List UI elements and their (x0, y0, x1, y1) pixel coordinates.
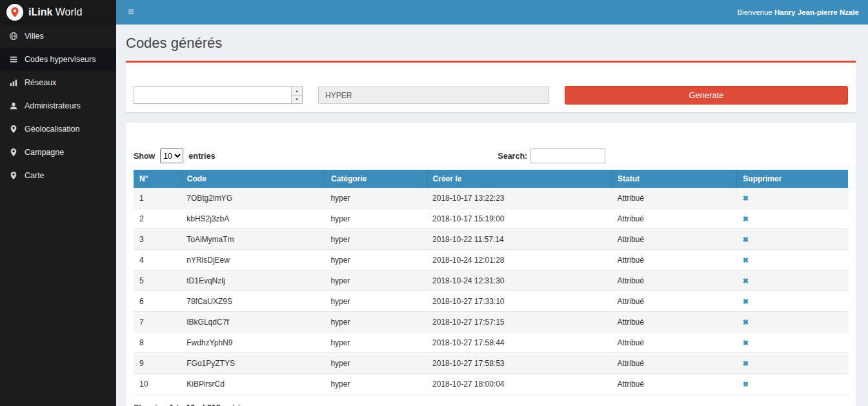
category-input[interactable] (318, 86, 549, 104)
sidebar-item-label: Réseaux (25, 78, 56, 87)
col-header-n[interactable]: N° (134, 170, 181, 188)
brand-logo[interactable]: iLink World (0, 0, 116, 25)
col-header-categorie[interactable]: Catégorie (325, 170, 427, 188)
topbar: ≡ Bienvenue Hanry Jean-pierre Nzale (116, 0, 868, 25)
cell-code: KiBPirsrCd (181, 374, 325, 394)
top-header: iLink World ≡ Bienvenue Hanry Jean-pierr… (0, 0, 868, 25)
table-row: 5 tD1EvqNzlj hyper 2018-10-24 12:31:30 A… (134, 270, 848, 291)
generate-button[interactable]: Generate (565, 86, 848, 105)
delete-icon[interactable]: ✖ (743, 339, 749, 347)
delete-icon[interactable]: ✖ (743, 360, 749, 367)
col-header-supprimer[interactable]: Supprimer (737, 170, 848, 188)
table-row: 3 ToAiMymaTm hyper 2018-10-22 11:57:14 A… (134, 229, 848, 250)
cell-n: 8 (134, 332, 181, 353)
col-header-creer-le[interactable]: Créer le (427, 170, 611, 188)
cell-categorie: hyper (325, 270, 427, 291)
delete-icon[interactable]: ✖ (743, 194, 749, 202)
cell-code: 78fCaUXZ9S (181, 291, 325, 312)
stepper-down-icon[interactable]: ▼ (292, 96, 302, 103)
sidebar-toggle-icon[interactable]: ≡ (125, 6, 137, 19)
sidebar-item-administrateurs[interactable]: Administrateurs (0, 94, 116, 117)
cell-categorie: hyper (325, 374, 427, 394)
cell-categorie: hyper (325, 291, 427, 312)
globe-icon (9, 32, 18, 41)
cell-date: 2018-10-27 18:00:04 (427, 374, 611, 394)
cell-date: 2018-10-27 17:33:10 (427, 291, 611, 312)
sidebar-item-reseaux[interactable]: Réseaux (0, 71, 116, 94)
cell-statut: Attribué (612, 188, 737, 208)
app-logo-icon (6, 4, 23, 21)
cell-code: kbHS2j3zbA (181, 208, 325, 229)
cell-n: 9 (134, 353, 181, 374)
cell-statut: Attribué (612, 208, 737, 229)
table-controls: Show 10 entries Search: (134, 148, 848, 163)
cell-supprimer: ✖ (737, 208, 848, 229)
delete-icon[interactable]: ✖ (743, 277, 749, 285)
cell-categorie: hyper (325, 250, 427, 270)
sidebar-item-campagne[interactable]: Campagne (0, 141, 116, 164)
cell-statut: Attribué (612, 332, 737, 353)
sidebar-item-label: Carte (25, 171, 45, 180)
sidebar-item-villes[interactable]: Villes (0, 25, 116, 48)
delete-icon[interactable]: ✖ (743, 318, 749, 326)
col-header-code[interactable]: Code (181, 170, 325, 188)
cell-code: 7OBtg2lmYG (181, 188, 325, 208)
page-length-select[interactable]: 10 (160, 148, 183, 163)
sidebar: Villes Codes hyperviseurs Réseaux Admini… (0, 25, 116, 406)
list-icon (9, 55, 18, 64)
cell-date: 2018-10-24 12:31:30 (427, 270, 611, 291)
bar-chart-icon (9, 78, 18, 87)
cell-date: 2018-10-17 13:22:23 (427, 188, 611, 208)
cell-categorie: hyper (325, 312, 427, 332)
quantity-stepper[interactable]: ▲ ▼ (291, 87, 302, 103)
cell-n: 1 (134, 188, 181, 208)
cell-date: 2018-10-27 17:58:44 (427, 332, 611, 353)
brand-title: iLink World (28, 6, 82, 18)
sidebar-item-codes-hyperviseurs[interactable]: Codes hyperviseurs (0, 48, 116, 71)
sidebar-item-label: Villes (25, 32, 44, 41)
main-content: Codes générés ▲ ▼ Generate Show 10 entri… (116, 25, 868, 406)
cell-code: nYRlsDjEew (181, 250, 325, 270)
cell-date: 2018-10-22 11:57:14 (427, 229, 611, 250)
table-info: Showing 1 to 10 of 218 entries (134, 403, 848, 406)
cell-categorie: hyper (325, 229, 427, 250)
cell-statut: Attribué (612, 353, 737, 374)
cell-date: 2018-10-17 15:19:00 (427, 208, 611, 229)
sidebar-item-carte[interactable]: Carte (0, 164, 116, 187)
cell-code: ToAiMymaTm (181, 229, 325, 250)
search-input[interactable] (530, 148, 605, 163)
sidebar-item-label: Codes hyperviseurs (25, 55, 96, 64)
col-header-statut[interactable]: Statut (612, 170, 737, 188)
sidebar-item-geolocalisation[interactable]: Géolocalisation (0, 117, 116, 141)
cell-code: FGo1PyZTYS (181, 353, 325, 374)
cell-supprimer: ✖ (737, 353, 848, 374)
map-marker-icon (9, 148, 18, 157)
table-row: 4 nYRlsDjEew hyper 2018-10-24 12:01:28 A… (134, 250, 848, 270)
cell-statut: Attribué (612, 250, 737, 270)
user-icon (9, 101, 18, 110)
table-row: 2 kbHS2j3zbA hyper 2018-10-17 15:19:00 A… (134, 208, 848, 229)
cell-statut: Attribué (612, 291, 737, 312)
user-menu[interactable]: Bienvenue Hanry Jean-pierre Nzale (737, 8, 859, 16)
cell-code: tD1EvqNzlj (181, 270, 325, 291)
codes-table: N° Code Catégorie Créer le Statut Suppri… (134, 170, 848, 394)
table-header-row: N° Code Catégorie Créer le Statut Suppri… (134, 170, 848, 188)
delete-icon[interactable]: ✖ (743, 256, 749, 264)
delete-icon[interactable]: ✖ (743, 215, 749, 223)
cell-statut: Attribué (612, 229, 737, 250)
stepper-up-icon[interactable]: ▲ (292, 87, 302, 96)
quantity-input[interactable] (134, 86, 303, 104)
delete-icon[interactable]: ✖ (743, 298, 749, 305)
cell-date: 2018-10-24 12:01:28 (427, 250, 611, 270)
cell-date: 2018-10-27 17:57:15 (427, 312, 611, 332)
cell-n: 4 (134, 250, 181, 270)
table-row: 8 FwdhzYphN9 hyper 2018-10-27 17:58:44 A… (134, 332, 848, 353)
delete-icon[interactable]: ✖ (743, 236, 749, 243)
cell-categorie: hyper (325, 332, 427, 353)
quantity-field-wrap: ▲ ▼ (134, 86, 303, 104)
delete-icon[interactable]: ✖ (743, 380, 749, 388)
codes-table-panel: Show 10 entries Search: N° Code Catégori… (126, 123, 856, 406)
cell-supprimer: ✖ (737, 229, 848, 250)
page-title: Codes générés (126, 35, 856, 52)
cell-date: 2018-10-27 17:58:53 (427, 353, 611, 374)
